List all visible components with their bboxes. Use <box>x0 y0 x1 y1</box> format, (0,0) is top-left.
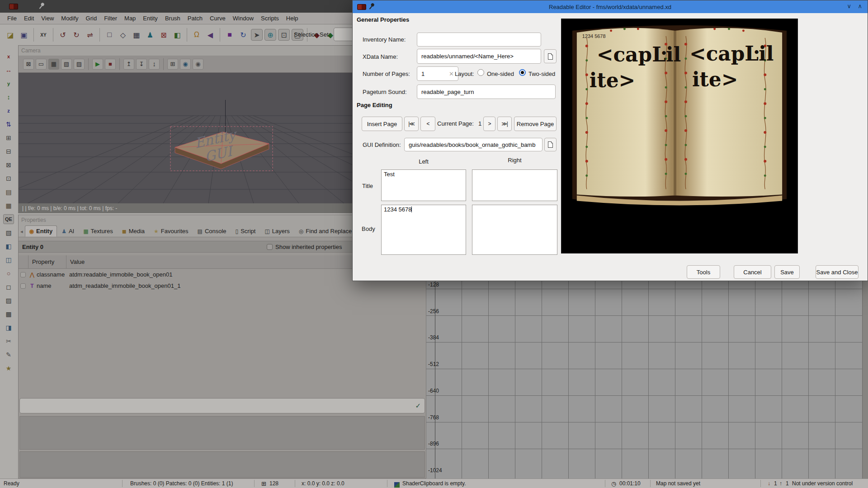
clear-icon[interactable]: ✕ <box>449 70 454 77</box>
readable-editor-dialog: Readable Editor - fms/world/xdata/unname… <box>352 0 868 281</box>
number-of-pages-input[interactable]: 1 ✕ <box>417 66 458 81</box>
body-right-textarea[interactable] <box>472 205 557 255</box>
book-preview-image: 1234 5678 <capĿil ite> <capĿil ite> <box>561 19 797 253</box>
pin-stem <box>369 5 373 9</box>
current-page-label: Current Page: <box>437 120 474 127</box>
one-sided-label[interactable]: One-sided <box>487 70 514 77</box>
save-and-close-button[interactable]: Save and Close <box>816 265 859 279</box>
pageturn-sound-value: readable_page_turn <box>421 89 474 95</box>
cancel-label: Cancel <box>743 269 761 276</box>
gui-definition-label: GUI Definition: <box>363 141 401 148</box>
body-row-label: Body <box>362 225 375 232</box>
insert-page-label: Insert Page <box>367 121 397 127</box>
tools-button[interactable]: Tools <box>687 265 720 279</box>
screen: FileEditViewModifyGridFilterMapEntityBru… <box>0 0 868 488</box>
remove-page-button[interactable]: Remove Page <box>514 117 557 131</box>
preview-glyph-left-1: <capĿil <box>597 43 681 66</box>
body-left-textarea[interactable]: 1234 5678 <box>381 205 466 255</box>
two-sided-label[interactable]: Two-sided <box>528 70 555 77</box>
next-page-icon: > <box>488 121 491 127</box>
gui-definition-input[interactable]: guis/readables/books/book_ornate_gothic_… <box>404 138 542 151</box>
preview-glyph-right-1: <capĿil <box>689 42 774 65</box>
previous-page-button[interactable]: < <box>420 117 435 131</box>
xdata-name-label: XData Name: <box>363 53 398 60</box>
layout-label: Layout: <box>455 70 474 77</box>
pageturn-sound-input[interactable]: readable_page_turn <box>417 84 556 99</box>
xdata-browse-button[interactable] <box>544 49 557 63</box>
remove-page-label: Remove Page <box>517 121 554 127</box>
dialog-title: Readable Editor - fms/world/xdata/unname… <box>549 4 671 10</box>
left-column-header: Left <box>381 158 466 165</box>
insert-page-button[interactable]: Insert Page <box>362 117 402 131</box>
current-page-value: 1 <box>478 120 481 127</box>
one-sided-radio[interactable] <box>477 69 484 76</box>
book-preview: 1234 5678 <capĿil ite> <capĿil ite> <box>561 19 798 253</box>
inventory-name-input[interactable] <box>417 33 541 47</box>
number-of-pages-label: Number of Pages: <box>363 70 410 77</box>
number-of-pages-value: 1 <box>421 70 425 77</box>
two-sided-radio[interactable] <box>519 69 526 76</box>
shade-icon[interactable]: ∨ <box>847 3 851 9</box>
save-button[interactable]: Save <box>774 265 800 279</box>
dialog-app-icon <box>357 4 366 10</box>
save-label: Save <box>780 269 794 276</box>
xdata-name-input[interactable]: readables/unnamed/<Name_Here> <box>417 49 541 64</box>
body-left-text: 1234 5678 <box>384 206 411 213</box>
text-caret <box>411 206 412 212</box>
title-right-textarea[interactable] <box>472 169 557 201</box>
page-editing-header: Page Editing <box>357 102 392 108</box>
right-column-header: Right <box>472 157 557 164</box>
last-page-icon: ≫| <box>501 121 508 127</box>
preview-body-text: 1234 5678 <box>582 33 606 39</box>
title-left-text: Test <box>384 171 395 178</box>
preview-glyph-right-2: ite> <box>692 68 738 91</box>
general-properties-header: General Properties <box>357 16 409 23</box>
previous-page-icon: < <box>426 121 429 127</box>
document-icon <box>548 141 553 148</box>
pageturn-sound-label: Pageturn Sound: <box>363 89 407 95</box>
gui-browse-button[interactable] <box>544 138 557 151</box>
xdata-name-value: readables/unnamed/<Name_Here> <box>421 53 514 60</box>
dialog-pin-icon[interactable] <box>367 1 376 11</box>
next-page-button[interactable]: > <box>483 117 495 131</box>
last-page-button[interactable]: ≫| <box>497 117 512 131</box>
save-and-close-label: Save and Close <box>816 269 858 276</box>
unshade-icon[interactable]: ∧ <box>858 3 862 9</box>
cancel-button[interactable]: Cancel <box>734 265 771 279</box>
title-left-textarea[interactable]: Test <box>381 169 466 201</box>
first-page-button[interactable]: |≪ <box>404 117 419 131</box>
gui-definition-value: guis/readables/books/book_ornate_gothic_… <box>409 141 535 148</box>
first-page-icon: |≪ <box>408 121 415 127</box>
title-row-label: Title <box>362 183 373 189</box>
tools-label: Tools <box>697 269 710 276</box>
preview-glyph-left-2: ite> <box>590 69 636 92</box>
document-icon <box>548 53 553 60</box>
dialog-titlebar[interactable]: Readable Editor - fms/world/xdata/unname… <box>353 0 868 13</box>
inventory-name-label: Inventory Name: <box>363 36 406 43</box>
radio-dot <box>521 71 524 74</box>
